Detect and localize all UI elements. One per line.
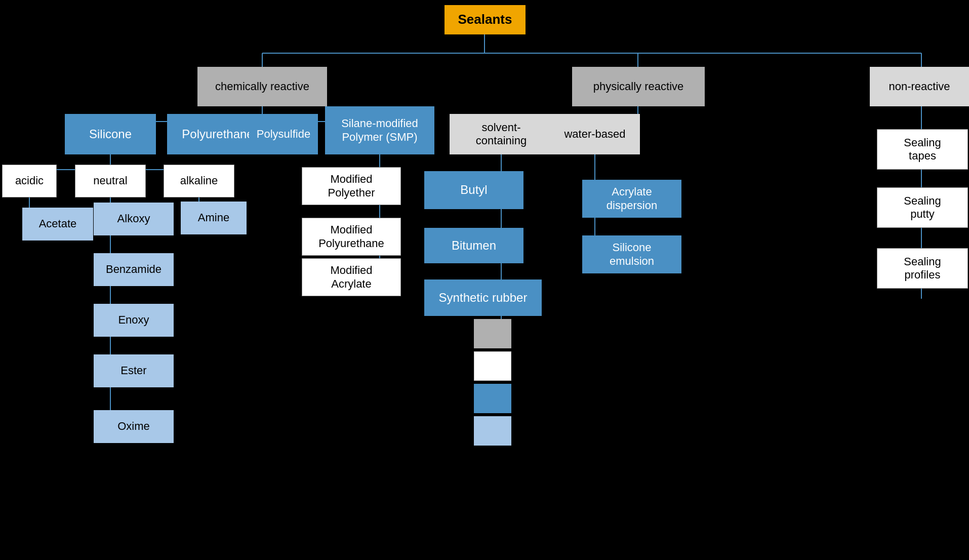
neutral-node: neutral: [75, 165, 146, 197]
synthetic-rubber-node: Synthetic rubber: [424, 279, 542, 316]
enoxy-node: Enoxy: [94, 304, 174, 337]
legend-blue-box: [474, 384, 511, 413]
diagram: Sealants chemically reactive physically …: [0, 0, 969, 560]
modified-acrylate-node: Modified Acrylate: [302, 258, 401, 296]
legend-blue-light-box: [474, 416, 511, 446]
silicone-emulsion-node: Silicone emulsion: [582, 235, 681, 273]
modified-polyether-node: Modified Polyether: [302, 167, 401, 205]
ester-node: Ester: [94, 354, 174, 387]
legend-gray-box: [474, 319, 511, 348]
polysulfide-node: Polysulfide: [249, 114, 318, 154]
alkaline-node: alkaline: [164, 165, 234, 197]
modified-polyurethane-node: Modified Polyurethane: [302, 218, 401, 256]
amine-node: Amine: [181, 202, 247, 234]
water-based-node: water-based: [550, 114, 640, 154]
non-reactive-node: non-reactive: [870, 67, 969, 106]
legend-white-box: [474, 351, 511, 381]
bitumen-node: Bitumen: [424, 228, 523, 263]
butyl-node: Butyl: [424, 171, 523, 209]
oxime-node: Oxime: [94, 410, 174, 443]
sealing-tapes-node: Sealing tapes: [877, 129, 968, 170]
acrylate-dispersion-node: Acrylate dispersion: [582, 180, 681, 218]
sealing-profiles-node: Sealing profiles: [877, 248, 968, 289]
acetate-node: Acetate: [22, 208, 93, 241]
chemically-reactive-node: chemically reactive: [197, 67, 327, 106]
sealing-putty-node: Sealing putty: [877, 187, 968, 228]
alkoxy-node: Alkoxy: [94, 203, 174, 235]
silicone-node: Silicone: [65, 114, 156, 154]
acidic-node: acidic: [2, 165, 57, 197]
physically-reactive-node: physically reactive: [572, 67, 705, 106]
sealants-node: Sealants: [445, 5, 526, 34]
benzamide-node: Benzamide: [94, 253, 174, 286]
smp-node: Silane-modified Polymer (SMP): [325, 106, 434, 154]
solvent-containing-node: solvent- containing: [450, 114, 553, 154]
